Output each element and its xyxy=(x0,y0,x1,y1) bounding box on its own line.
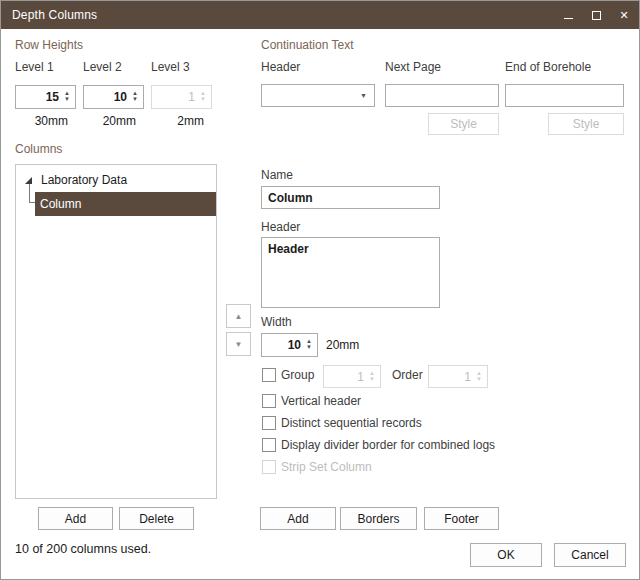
continuation-header-dropdown[interactable]: ▼ xyxy=(261,84,375,107)
width-spinner-arrows[interactable]: ▲▼ xyxy=(301,339,317,351)
window-title: Depth Columns xyxy=(12,8,97,22)
end-of-borehole-input[interactable] xyxy=(505,84,624,107)
continuation-header-label: Header xyxy=(261,60,300,74)
move-down-icon: ▼ xyxy=(235,340,243,349)
details-footer-button[interactable]: Footer xyxy=(424,507,499,530)
spin-down-icon: ▼ xyxy=(369,377,375,383)
move-column-down-button[interactable]: ▼ xyxy=(226,332,251,356)
column-delete-button[interactable]: Delete xyxy=(119,507,194,530)
level2-spinner-arrows[interactable]: ▲▼ xyxy=(127,91,143,103)
minimize-icon xyxy=(564,18,573,19)
strip-set-column-label: Strip Set Column xyxy=(281,460,372,474)
group-spinner-arrows: ▲▼ xyxy=(364,371,380,383)
level1-size-label: 30mm xyxy=(15,114,68,128)
vertical-header-checkbox[interactable] xyxy=(262,394,276,408)
row-heights-section-label: Row Heights xyxy=(15,38,83,52)
move-column-up-button[interactable]: ▲ xyxy=(226,304,251,328)
title-bar: Depth Columns ✕ xyxy=(1,1,639,29)
cancel-button[interactable]: Cancel xyxy=(554,543,626,567)
level1-spinner[interactable]: 15 ▲▼ xyxy=(15,85,76,109)
level3-spinner: 1 ▲▼ xyxy=(151,85,212,109)
level3-size-label: 2mm xyxy=(151,114,204,128)
next-page-input[interactable] xyxy=(385,84,499,107)
order-spinner: 1 ▲▼ xyxy=(428,365,488,388)
level1-label: Level 1 xyxy=(15,60,54,74)
tree-item-laboratory-data[interactable]: Laboratory Data xyxy=(16,170,216,190)
level2-size-label: 20mm xyxy=(83,114,136,128)
spin-down-icon: ▼ xyxy=(64,97,70,103)
order-spinner-arrows: ▲▼ xyxy=(471,371,487,383)
end-of-borehole-label: End of Borehole xyxy=(505,60,591,74)
vertical-header-label: Vertical header xyxy=(281,394,361,408)
tree-item-column-selected[interactable]: Column xyxy=(35,192,216,216)
next-page-label: Next Page xyxy=(385,60,441,74)
strip-set-column-checkbox xyxy=(262,460,276,474)
header-textarea[interactable]: Header xyxy=(261,237,440,308)
ok-button[interactable]: OK xyxy=(470,543,542,567)
columns-section-label: Columns xyxy=(15,142,62,156)
level2-spinner[interactable]: 10 ▲▼ xyxy=(83,85,144,109)
name-label: Name xyxy=(261,168,293,182)
distinct-sequential-records-checkbox[interactable] xyxy=(262,416,276,430)
group-label: Group xyxy=(281,368,314,382)
minimize-button[interactable] xyxy=(561,8,575,22)
spin-down-icon: ▼ xyxy=(200,97,206,103)
level3-spinner-arrows: ▲▼ xyxy=(195,91,211,103)
close-icon: ✕ xyxy=(619,10,628,21)
width-label: Width xyxy=(261,315,292,329)
tree-selected-label: Column xyxy=(40,197,81,211)
width-size-label: 20mm xyxy=(326,338,359,352)
tree-expander-icon[interactable] xyxy=(25,177,32,184)
close-button[interactable]: ✕ xyxy=(617,8,631,22)
maximize-icon xyxy=(592,11,601,20)
display-divider-border-label: Display divider border for combined logs xyxy=(281,438,495,452)
spin-down-icon: ▼ xyxy=(476,377,482,383)
move-up-icon: ▲ xyxy=(235,312,243,321)
level2-label: Level 2 xyxy=(83,60,122,74)
maximize-button[interactable] xyxy=(589,8,603,22)
width-spinner[interactable]: 10 ▲▼ xyxy=(261,333,318,357)
details-add-button[interactable]: Add xyxy=(260,507,336,530)
group-checkbox[interactable] xyxy=(262,368,276,382)
group-spinner: 1 ▲▼ xyxy=(323,365,381,388)
end-of-borehole-style-button: Style xyxy=(548,113,624,135)
columns-used-status: 10 of 200 columns used. xyxy=(15,542,151,556)
display-divider-border-checkbox[interactable] xyxy=(262,438,276,452)
spin-down-icon: ▼ xyxy=(306,345,312,351)
spin-down-icon: ▼ xyxy=(132,97,138,103)
depth-columns-dialog: Depth Columns ✕ Row Heights Level 1 Leve… xyxy=(0,0,640,580)
continuation-text-section-label: Continuation Text xyxy=(261,38,354,52)
details-borders-button[interactable]: Borders xyxy=(340,507,417,530)
level3-label: Level 3 xyxy=(151,60,190,74)
tree-root-label: Laboratory Data xyxy=(41,173,127,187)
name-input[interactable]: Column xyxy=(261,186,440,209)
distinct-sequential-records-label: Distinct sequential records xyxy=(281,416,422,430)
order-label: Order xyxy=(392,368,423,382)
column-add-button[interactable]: Add xyxy=(38,507,113,530)
chevron-down-icon: ▼ xyxy=(360,92,367,99)
next-page-style-button: Style xyxy=(428,113,499,135)
level1-spinner-arrows[interactable]: ▲▼ xyxy=(59,91,75,103)
columns-tree: Laboratory Data Column xyxy=(15,164,217,499)
header-label: Header xyxy=(261,220,300,234)
